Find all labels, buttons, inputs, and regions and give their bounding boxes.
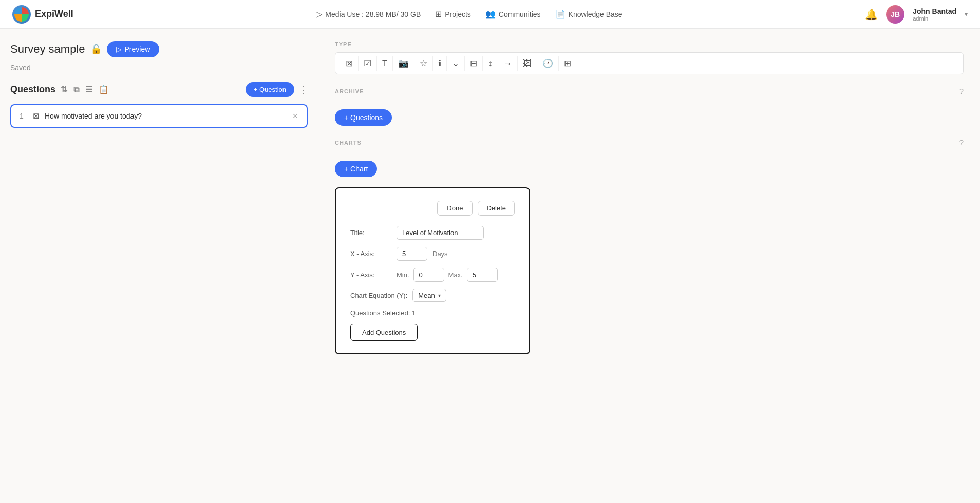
type-icons-row: ⊠ ☑ T 📷 ☆ ℹ ⌄ ⊟ ↕ → 🖼 🕐 ⊞ (335, 52, 964, 74)
add-questions-label: + Questions (344, 113, 383, 122)
communities-label: Communities (499, 10, 541, 18)
question-number: 1 (20, 112, 28, 120)
more-options-icon[interactable]: ⋮ (298, 84, 308, 95)
type-star-icon[interactable]: ☆ (414, 56, 433, 71)
header-left: ExpiWell (12, 5, 73, 24)
add-questions-button[interactable]: + Questions (335, 109, 392, 126)
archive-section: ARCHIVE ? + Questions (335, 87, 964, 126)
title-input[interactable] (397, 226, 484, 240)
charts-help-icon[interactable]: ? (959, 138, 964, 147)
type-apps-icon[interactable]: ⊞ (559, 56, 576, 71)
chevron-down-icon[interactable]: ▾ (965, 11, 968, 18)
type-height-icon[interactable]: ↕ (483, 56, 498, 71)
right-panel: TYPE ⊠ ☑ T 📷 ☆ ℹ ⌄ ⊟ ↕ → 🖼 🕐 ⊞ ARCHIVE ?… (318, 29, 980, 503)
equation-value: Mean (418, 292, 435, 299)
preview-icon: ▷ (116, 45, 122, 53)
lock-icon[interactable]: 🔓 (90, 44, 102, 55)
type-image-icon[interactable]: 🖼 (518, 56, 537, 71)
projects-label: Projects (445, 10, 471, 18)
main-layout: Survey sample 🔓 ▷ Preview Saved Question… (0, 29, 980, 503)
equation-dropdown[interactable]: Mean ▾ (412, 289, 446, 302)
user-info: John Bantad admin (913, 7, 956, 22)
charts-row: CHARTS ? (335, 138, 964, 147)
avatar: JB (886, 5, 904, 24)
add-chart-button[interactable]: + Chart (335, 161, 377, 177)
add-question-label: + Question (254, 86, 286, 93)
y-max-input[interactable] (467, 268, 498, 282)
sort-icon[interactable]: ⇅ (60, 84, 68, 95)
communities-icon: 👥 (485, 9, 496, 19)
y-min-input[interactable] (413, 268, 444, 282)
knowledge-base-nav[interactable]: 📄 Knowledge Base (555, 9, 623, 19)
add-questions-chart-button[interactable]: Add Questions (350, 324, 418, 341)
add-chart-label: + Chart (344, 165, 368, 173)
charts-label: CHARTS (335, 140, 362, 146)
list-icon[interactable]: ☰ (84, 84, 93, 95)
questions-label: Questions (10, 84, 55, 95)
survey-title: Survey sample (10, 43, 85, 56)
archive-label: ARCHIVE (335, 88, 364, 94)
type-camera-icon[interactable]: 📷 (393, 56, 414, 71)
question-text: How motivated are you today? (45, 112, 287, 120)
add-question-button[interactable]: + Question (246, 82, 294, 97)
type-x-icon[interactable]: ⊠ (341, 56, 359, 71)
title-row: Title: (350, 226, 515, 240)
y-min-label: Min. (397, 271, 409, 279)
type-info-icon[interactable]: ℹ (433, 56, 447, 71)
archive-divider (335, 101, 964, 101)
media-label: Media Use : 28.98 MB/ 30 GB (325, 10, 421, 18)
dropdown-caret-icon: ▾ (438, 293, 441, 298)
projects-icon: ⊞ (435, 9, 442, 19)
type-clock-icon[interactable]: 🕐 (537, 56, 559, 71)
communities-nav[interactable]: 👥 Communities (485, 9, 541, 19)
knowledge-base-icon: 📄 (555, 9, 566, 19)
user-name: John Bantad (913, 7, 956, 15)
saved-label[interactable]: Saved (10, 64, 308, 72)
x-axis-label: X - Axis: (350, 250, 391, 258)
survey-header: Survey sample 🔓 ▷ Preview (10, 41, 308, 57)
x-axis-input[interactable] (397, 247, 427, 261)
questions-selected: Questions Selected: 1 (350, 309, 515, 317)
type-label: TYPE (335, 41, 964, 47)
knowledge-base-label: Knowledge Base (569, 10, 623, 18)
document-icon[interactable]: 📋 (98, 84, 110, 95)
type-dropdown-icon[interactable]: ⌄ (447, 56, 465, 71)
type-text-icon[interactable]: T (377, 56, 393, 71)
charts-divider (335, 152, 964, 152)
preview-label: Preview (125, 45, 150, 53)
done-button[interactable]: Done (437, 201, 473, 216)
media-icon: ▷ (316, 9, 322, 19)
archive-row: ARCHIVE ? (335, 87, 964, 95)
header-right: 🔔 JB John Bantad admin ▾ (865, 5, 968, 24)
question-item[interactable]: 1 ⊠ How motivated are you today? ✕ (10, 104, 308, 128)
question-close-icon[interactable]: ✕ (292, 112, 298, 120)
x-axis-unit: Days (432, 250, 448, 258)
y-axis-inputs: Min. Max. (397, 268, 498, 282)
archive-help-icon[interactable]: ? (959, 87, 964, 95)
copy-icon[interactable]: ⧉ (72, 84, 80, 95)
questions-title: Questions ⇅ ⧉ ☰ 📋 (10, 84, 110, 95)
logo-colorful (14, 7, 29, 22)
equation-label: Chart Equation (Y): (350, 292, 407, 299)
type-check-icon[interactable]: ☑ (359, 56, 377, 71)
brand-name: ExpiWell (35, 9, 73, 20)
delete-button[interactable]: Delete (478, 201, 515, 216)
header: ExpiWell ▷ Media Use : 28.98 MB/ 30 GB ⊞… (0, 0, 980, 29)
projects-nav[interactable]: ⊞ Projects (435, 9, 471, 19)
chart-card-header: Done Delete (350, 201, 515, 216)
header-center: ▷ Media Use : 28.98 MB/ 30 GB ⊞ Projects… (316, 9, 622, 19)
type-grid-icon[interactable]: ⊟ (465, 56, 483, 71)
left-panel: Survey sample 🔓 ▷ Preview Saved Question… (0, 29, 318, 503)
notification-icon[interactable]: 🔔 (865, 8, 878, 21)
equation-row: Chart Equation (Y): Mean ▾ (350, 289, 515, 302)
preview-button[interactable]: ▷ Preview (107, 41, 160, 57)
y-axis-row: Y - Axis: Min. Max. (350, 268, 515, 282)
questions-section-header: Questions ⇅ ⧉ ☰ 📋 + Question ⋮ (10, 82, 308, 97)
chart-card: Done Delete Title: X - Axis: Days Y - Ax… (335, 187, 530, 354)
type-arrow-icon[interactable]: → (498, 56, 518, 71)
media-usage: ▷ Media Use : 28.98 MB/ 30 GB (316, 9, 421, 19)
charts-section: CHARTS ? + Chart Done Delete Title: X - … (335, 138, 964, 354)
user-role: admin (913, 15, 956, 22)
x-axis-row: X - Axis: Days (350, 247, 515, 261)
title-label: Title: (350, 229, 391, 237)
